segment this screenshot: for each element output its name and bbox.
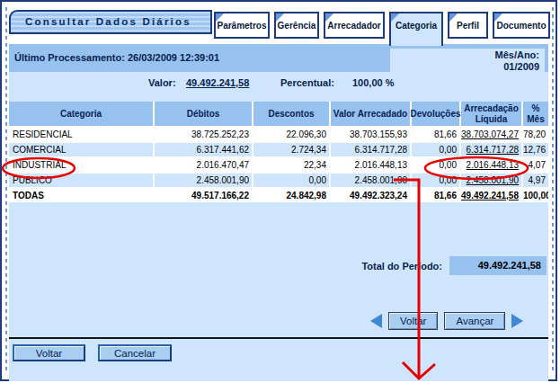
col-header-valor-arrecadado: Valor Arrecadado	[331, 102, 410, 126]
cell-perc-mes: 12,76	[523, 143, 548, 156]
cell-devolucoes: 0,00	[412, 158, 459, 172]
tab-bar: Parâmetros Gerência Arrecadador Categori…	[214, 12, 550, 46]
cell-debitos: 2.458.001,90	[155, 174, 252, 187]
cell-categoria: TODAS	[9, 189, 153, 202]
cell-devolucoes: 81,66	[412, 189, 459, 202]
cell-categoria: PUBLICO	[9, 174, 153, 187]
cell-debitos: 2.016.470,47	[155, 158, 252, 172]
total-periodo-label: Total do Período:	[297, 261, 442, 272]
cell-descontos: 0,00	[253, 174, 329, 187]
last-processing-label: Último Processamento:	[14, 52, 125, 63]
cell-valor-arrecadado: 2.458.001,90	[331, 174, 410, 187]
last-processing-text: Último Processamento: 26/03/2009 12:39:0…	[14, 52, 219, 63]
cell-descontos: 22,34	[253, 158, 329, 172]
cell-categoria: COMERCIAL	[9, 143, 153, 156]
col-header-debitos: Débitos	[155, 102, 252, 126]
cell-valor-arrecadado: 2.016.448,13	[331, 158, 410, 172]
cell-debitos: 38.725.252,23	[155, 128, 252, 141]
percentual-value: 100,00 %	[352, 77, 394, 88]
total-periodo-value: 49.492.241,58	[449, 256, 547, 275]
valor-label: Valor:	[148, 77, 176, 88]
cell-valor-arrecadado: 6.314.717,28	[331, 143, 410, 156]
cell-debitos: 6.317.441,62	[155, 143, 252, 156]
link-arrecadacao-liquida[interactable]: 2.016.448,13	[461, 158, 521, 172]
tab-documento[interactable]: Documento	[493, 12, 550, 39]
link-arrecadacao-liquida[interactable]: 6.314.717,28	[461, 143, 521, 156]
main-panel: Último Processamento: 26/03/2009 12:39:0…	[9, 44, 548, 381]
cell-devolucoes: 81,66	[412, 128, 459, 141]
page-title: Consultar Dados Diários	[9, 10, 212, 34]
page-voltar-button[interactable]: Voltar	[388, 312, 438, 330]
category-table: Categoria Débitos Descontos Valor Arreca…	[9, 102, 548, 202]
cell-valor-arrecadado: 38.703.155,93	[331, 128, 410, 141]
month-year-box: Mês/Ano: 01/2009	[390, 49, 545, 73]
cancelar-button[interactable]: Cancelar	[98, 344, 172, 361]
last-processing-value: 26/03/2009 12:39:01	[128, 52, 219, 63]
page-next-arrow-icon[interactable]	[511, 314, 523, 328]
cell-perc-mes: 4,07	[523, 158, 548, 172]
cell-debitos: 49.517.166,22	[155, 189, 252, 202]
processing-header-row: Último Processamento: 26/03/2009 12:39:0…	[9, 44, 548, 72]
cell-perc-mes: 100,00	[523, 189, 548, 202]
voltar-button[interactable]: Voltar	[13, 344, 85, 361]
link-arrecadacao-liquida[interactable]: 2.458.001,90	[461, 174, 521, 187]
page-prev-arrow-icon[interactable]	[370, 314, 382, 328]
cell-devolucoes: 0,00	[412, 174, 459, 187]
month-year-label: Mês/Ano:	[390, 49, 539, 61]
cell-devolucoes: 0,00	[412, 143, 459, 156]
tab-parametros[interactable]: Parâmetros	[214, 12, 270, 39]
col-header-perc-mes: % Mês	[523, 102, 548, 126]
col-header-descontos: Descontos	[253, 102, 329, 126]
cell-perc-mes: 4,97	[523, 174, 548, 187]
cell-perc-mes: 78,20	[523, 128, 548, 141]
valor-value: 49.492.241,58	[186, 77, 249, 88]
col-header-devolucoes: Devoluções	[412, 102, 459, 126]
page-avancar-button[interactable]: Avançar	[444, 312, 505, 330]
pagination: Voltar Avançar	[370, 311, 523, 331]
left-edge-decoration	[5, 7, 7, 374]
cell-valor-arrecadado: 49.492.323,24	[331, 189, 410, 202]
cell-descontos: 2.724,34	[253, 143, 329, 156]
percentual-label: Percentual:	[280, 77, 334, 88]
value-summary-row: Valor: 49.492.241,58 Percentual: 100,00 …	[9, 72, 548, 95]
app-window: Consultar Dados Diários Parâmetros Gerên…	[0, 0, 557, 381]
cell-categoria: INDUSTRIAL	[9, 158, 153, 172]
tab-perfil[interactable]: Perfil	[448, 12, 488, 39]
cell-descontos: 24.842,98	[253, 189, 329, 202]
footer-separator	[9, 337, 548, 339]
col-header-categoria: Categoria	[9, 102, 153, 126]
tab-arrecadador[interactable]: Arrecadador	[324, 12, 385, 39]
tab-gerencia[interactable]: Gerência	[274, 12, 319, 39]
col-header-arrecadacao-liquida: Arrecadação Líquida	[461, 102, 521, 126]
link-arrecadacao-liquida[interactable]: 49.492.241,58	[461, 189, 521, 202]
tab-categoria[interactable]: Categoria	[389, 12, 443, 46]
cell-descontos: 22.096,30	[253, 128, 329, 141]
cell-categoria: RESIDENCIAL	[9, 128, 153, 141]
right-edge-decoration	[552, 7, 554, 374]
link-arrecadacao-liquida[interactable]: 38.703.074,27	[461, 128, 521, 141]
